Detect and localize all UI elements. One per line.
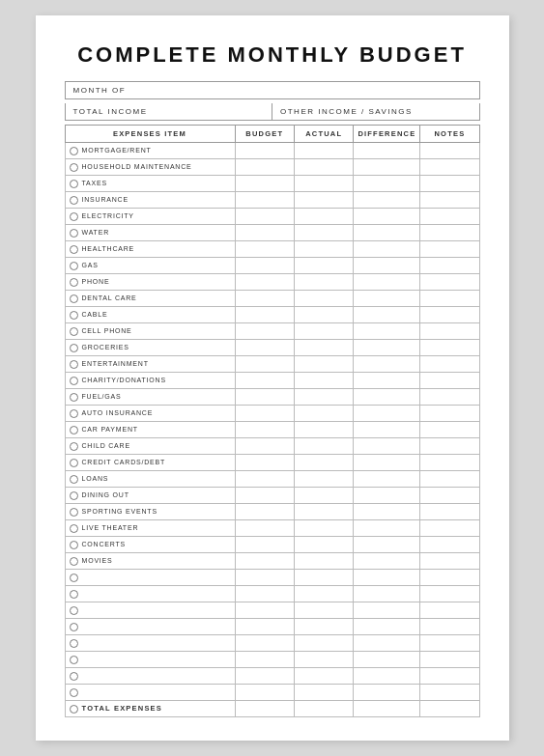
notes-cell[interactable]	[420, 455, 479, 471]
actual-cell[interactable]	[294, 159, 353, 176]
actual-cell[interactable]	[294, 225, 353, 241]
checkbox-circle[interactable]	[70, 262, 78, 270]
notes-cell[interactable]	[420, 553, 479, 570]
actual-cell[interactable]	[294, 274, 353, 291]
budget-cell[interactable]	[235, 373, 294, 389]
difference-cell[interactable]	[354, 274, 420, 291]
budget-cell[interactable]	[235, 438, 294, 455]
difference-cell[interactable]	[354, 652, 420, 668]
difference-cell[interactable]	[354, 504, 420, 520]
notes-cell[interactable]	[420, 537, 479, 553]
notes-cell[interactable]	[420, 504, 479, 520]
budget-cell[interactable]	[235, 586, 294, 602]
checkbox-circle[interactable]	[70, 180, 78, 188]
actual-cell[interactable]	[294, 389, 353, 406]
checkbox-circle[interactable]	[70, 459, 78, 467]
checkbox-circle[interactable]	[70, 360, 78, 369]
difference-cell[interactable]	[354, 373, 420, 389]
difference-cell[interactable]	[354, 159, 420, 176]
actual-cell[interactable]	[294, 635, 353, 652]
difference-cell[interactable]	[354, 225, 420, 241]
difference-cell[interactable]	[354, 422, 420, 438]
budget-cell[interactable]	[235, 159, 294, 176]
checkbox-circle[interactable]	[70, 442, 78, 451]
checkbox-circle[interactable]	[70, 377, 78, 385]
notes-cell[interactable]	[420, 373, 479, 389]
checkbox-circle-empty[interactable]	[70, 590, 78, 599]
difference-cell[interactable]	[354, 176, 420, 192]
budget-cell[interactable]	[235, 274, 294, 291]
actual-cell[interactable]	[294, 340, 353, 356]
difference-cell[interactable]	[354, 143, 420, 159]
budget-cell[interactable]	[235, 422, 294, 438]
total-actual-cell[interactable]	[294, 701, 353, 717]
budget-cell[interactable]	[235, 143, 294, 159]
notes-cell[interactable]	[420, 192, 479, 209]
difference-cell[interactable]	[354, 520, 420, 537]
checkbox-circle[interactable]	[70, 278, 78, 287]
actual-cell[interactable]	[294, 438, 353, 455]
budget-cell[interactable]	[235, 291, 294, 307]
notes-cell[interactable]	[420, 586, 479, 602]
checkbox-circle[interactable]	[70, 426, 78, 434]
checkbox-circle[interactable]	[70, 311, 78, 320]
checkbox-circle[interactable]	[70, 344, 78, 352]
difference-cell[interactable]	[354, 570, 420, 586]
difference-cell[interactable]	[354, 438, 420, 455]
checkbox-circle-empty[interactable]	[70, 606, 78, 615]
difference-cell[interactable]	[354, 553, 420, 570]
notes-cell[interactable]	[420, 389, 479, 406]
budget-cell[interactable]	[235, 668, 294, 685]
difference-cell[interactable]	[354, 668, 420, 685]
budget-cell[interactable]	[235, 389, 294, 406]
checkbox-circle-empty[interactable]	[70, 574, 78, 582]
budget-cell[interactable]	[235, 685, 294, 701]
checkbox-circle[interactable]	[70, 393, 78, 402]
notes-cell[interactable]	[420, 520, 479, 537]
total-difference-cell[interactable]	[354, 701, 420, 717]
checkbox-circle[interactable]	[70, 541, 78, 549]
difference-cell[interactable]	[354, 602, 420, 619]
notes-cell[interactable]	[420, 438, 479, 455]
budget-cell[interactable]	[235, 258, 294, 274]
notes-cell[interactable]	[420, 619, 479, 635]
notes-cell[interactable]	[420, 406, 479, 422]
checkbox-circle[interactable]	[70, 245, 78, 254]
checkbox-circle[interactable]	[70, 557, 78, 566]
checkbox-circle[interactable]	[70, 327, 78, 336]
checkbox-circle[interactable]	[70, 475, 78, 484]
budget-cell[interactable]	[235, 356, 294, 373]
checkbox-circle[interactable]	[70, 163, 78, 172]
difference-cell[interactable]	[354, 406, 420, 422]
notes-cell[interactable]	[420, 159, 479, 176]
difference-cell[interactable]	[354, 455, 420, 471]
checkbox-circle-empty[interactable]	[70, 623, 78, 631]
notes-cell[interactable]	[420, 635, 479, 652]
notes-cell[interactable]	[420, 340, 479, 356]
notes-cell[interactable]	[420, 488, 479, 504]
checkbox-circle[interactable]	[70, 196, 78, 205]
difference-cell[interactable]	[354, 488, 420, 504]
actual-cell[interactable]	[294, 504, 353, 520]
checkbox-circle-empty[interactable]	[70, 639, 78, 648]
actual-cell[interactable]	[294, 537, 353, 553]
actual-cell[interactable]	[294, 209, 353, 225]
budget-cell[interactable]	[235, 652, 294, 668]
actual-cell[interactable]	[294, 241, 353, 258]
actual-cell[interactable]	[294, 570, 353, 586]
actual-cell[interactable]	[294, 652, 353, 668]
checkbox-circle-empty[interactable]	[70, 688, 78, 697]
notes-cell[interactable]	[420, 323, 479, 340]
actual-cell[interactable]	[294, 143, 353, 159]
actual-cell[interactable]	[294, 586, 353, 602]
actual-cell[interactable]	[294, 176, 353, 192]
difference-cell[interactable]	[354, 192, 420, 209]
checkbox-circle[interactable]	[70, 229, 78, 238]
budget-cell[interactable]	[235, 471, 294, 488]
actual-cell[interactable]	[294, 406, 353, 422]
actual-cell[interactable]	[294, 373, 353, 389]
actual-cell[interactable]	[294, 291, 353, 307]
checkbox-circle[interactable]	[70, 294, 78, 303]
budget-cell[interactable]	[235, 225, 294, 241]
checkbox-circle[interactable]	[70, 409, 78, 418]
